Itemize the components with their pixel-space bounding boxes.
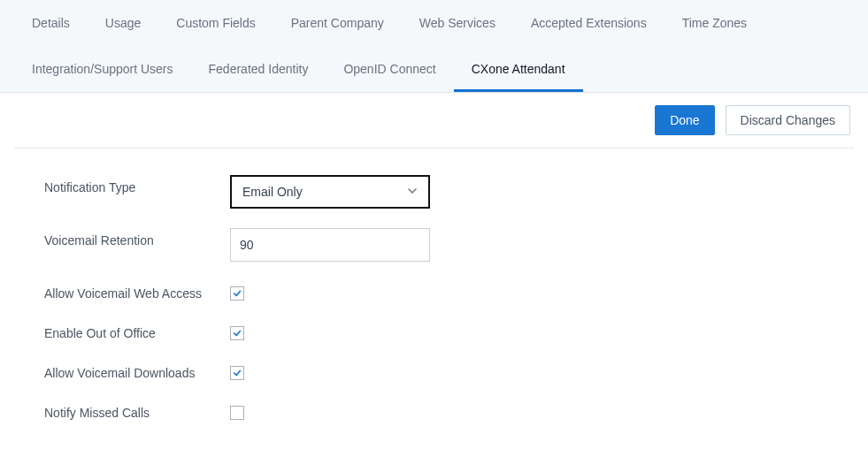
checkbox-enable-ooo[interactable]: [230, 326, 244, 340]
label-notification-type: Notification Type: [44, 175, 230, 194]
tab-bar: Details Usage Custom Fields Parent Compa…: [0, 0, 868, 93]
form-area: Notification Type Email Only Voicemail R…: [14, 148, 854, 469]
select-notification-type[interactable]: Email Only: [230, 175, 430, 209]
discard-changes-button[interactable]: Discard Changes: [726, 105, 850, 135]
tab-custom-fields[interactable]: Custom Fields: [158, 0, 273, 46]
row-notify-missed: Notify Missed Calls: [44, 400, 824, 423]
action-bar: Done Discard Changes: [14, 93, 854, 148]
tab-openid-connect[interactable]: OpenID Connect: [326, 46, 453, 92]
tab-accepted-extensions[interactable]: Accepted Extensions: [513, 0, 664, 46]
tab-details[interactable]: Details: [14, 0, 88, 46]
tab-web-services[interactable]: Web Services: [402, 0, 513, 46]
tab-parent-company[interactable]: Parent Company: [273, 0, 402, 46]
done-button[interactable]: Done: [655, 105, 714, 135]
row-voicemail-retention: Voicemail Retention: [44, 228, 824, 262]
input-voicemail-retention[interactable]: [230, 228, 430, 262]
tab-time-zones[interactable]: Time Zones: [664, 0, 764, 46]
label-voicemail-retention: Voicemail Retention: [44, 228, 230, 247]
row-allow-downloads: Allow Voicemail Downloads: [44, 361, 824, 381]
select-notification-type-value: Email Only: [242, 185, 303, 199]
checkbox-notify-missed[interactable]: [230, 406, 244, 420]
tab-usage[interactable]: Usage: [88, 0, 158, 46]
label-notify-missed: Notify Missed Calls: [44, 400, 230, 420]
checkbox-allow-web-access[interactable]: [230, 286, 244, 301]
row-notification-type: Notification Type Email Only: [44, 175, 824, 209]
label-enable-ooo: Enable Out of Office: [44, 321, 230, 340]
tab-cxone-attendant[interactable]: CXone Attendant: [454, 46, 583, 92]
row-allow-web-access: Allow Voicemail Web Access: [44, 281, 824, 301]
tab-federated-identity[interactable]: Federated Identity: [191, 46, 326, 92]
checkbox-allow-downloads[interactable]: [230, 366, 244, 380]
page-container: Details Usage Custom Fields Parent Compa…: [0, 0, 868, 472]
label-allow-downloads: Allow Voicemail Downloads: [44, 361, 230, 380]
tab-integration-support-users[interactable]: Integration/Support Users: [14, 46, 191, 92]
chevron-down-icon: [407, 185, 418, 199]
row-enable-ooo: Enable Out of Office: [44, 321, 824, 341]
label-allow-web-access: Allow Voicemail Web Access: [44, 281, 230, 301]
